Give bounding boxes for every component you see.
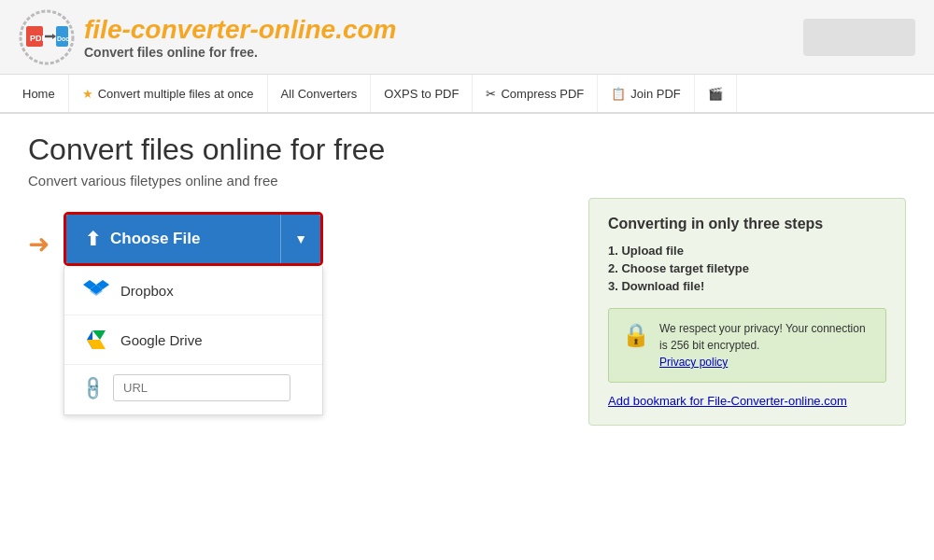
lock-icon: 🔒 (622, 322, 650, 348)
nav-all-converters-label: All Converters (281, 87, 358, 101)
header-ad (803, 19, 915, 56)
logo-text-area: file-converter-online.com Convert files … (84, 15, 397, 60)
navigation: Home ★ Convert multiple files at once Al… (0, 75, 934, 114)
chevron-down-icon: ▼ (294, 231, 307, 246)
nav-convert-multiple[interactable]: ★ Convert multiple files at once (69, 75, 268, 112)
step-2: 2. Choose target filetype (608, 261, 886, 275)
svg-marker-13 (92, 330, 106, 340)
page-title: Convert files online for free (28, 133, 560, 167)
nav-home-label: Home (22, 87, 55, 101)
svg-text:Doc: Doc (57, 35, 69, 42)
video-icon: 🎬 (708, 87, 723, 101)
left-content: Convert files online for free Convert va… (28, 133, 560, 426)
dropbox-label: Dropbox (120, 283, 174, 299)
choose-file-button[interactable]: ⬆ Choose File (66, 215, 280, 263)
steps-list: 1. Upload file 2. Choose target filetype… (608, 244, 886, 293)
steps-title: Converting in only three steps (608, 216, 886, 232)
nav-convert-multiple-label: Convert multiple files at once (98, 87, 254, 101)
logo-title: file-converter-online.com (84, 15, 397, 45)
dropdown-toggle-button[interactable]: ▼ (280, 215, 320, 263)
nav-compress-pdf[interactable]: ✂ Compress PDF (473, 75, 598, 112)
nav-join-pdf[interactable]: 📋 Join PDF (598, 75, 694, 112)
bookmark-link[interactable]: Add bookmark for File-Converter-online.c… (608, 394, 886, 408)
privacy-text: We respect your privacy! Your connection… (659, 320, 872, 371)
choose-file-row: ➜ ⬆ Choose File ▼ (28, 212, 560, 415)
nav-all-converters[interactable]: All Converters (268, 75, 372, 112)
svg-text:PDF: PDF (30, 34, 48, 43)
choose-file-label: Choose File (110, 230, 200, 248)
logo-subtitle: Convert files online for free. (84, 45, 397, 60)
privacy-message: We respect your privacy! Your connection… (659, 322, 866, 352)
choose-file-dropdown: ⬆ Choose File ▼ (64, 212, 323, 415)
header: PDF Doc file-converter-online.com Conver… (0, 0, 934, 75)
nav-oxps-pdf-label: OXPS to PDF (384, 87, 459, 101)
dropdown-menu: Dropbox Googl (64, 266, 323, 415)
gdrive-label: Google Drive (120, 332, 203, 348)
url-option: 🔗 (64, 365, 322, 414)
step-1: 1. Upload file (608, 244, 886, 258)
scissors-icon: ✂ (486, 87, 496, 101)
link-icon: 🔗 (78, 373, 107, 402)
main-content: Convert files online for free Convert va… (0, 114, 934, 444)
star-icon: ★ (82, 87, 93, 101)
nav-compress-pdf-label: Compress PDF (501, 87, 584, 101)
gdrive-icon (83, 329, 109, 351)
choose-file-btn-wrapper: ⬆ Choose File ▼ (64, 212, 323, 266)
right-panel: Converting in only three steps 1. Upload… (588, 198, 906, 426)
join-icon: 📋 (611, 87, 626, 101)
dropbox-icon (83, 279, 109, 301)
gdrive-option[interactable]: Google Drive (64, 315, 322, 365)
nav-video[interactable]: 🎬 (695, 75, 737, 112)
svg-marker-3 (52, 34, 56, 39)
page-subtitle: Convert various filetypes online and fre… (28, 173, 560, 189)
logo-area: PDF Doc file-converter-online.com Conver… (19, 9, 397, 65)
arrow-icon: ➜ (28, 229, 50, 259)
url-input[interactable] (113, 374, 290, 401)
upload-icon: ⬆ (85, 228, 101, 250)
nav-oxps-pdf[interactable]: OXPS to PDF (371, 75, 473, 112)
nav-home[interactable]: Home (9, 75, 69, 112)
step-3: 3. Download file! (608, 279, 886, 293)
nav-join-pdf-label: Join PDF (630, 87, 680, 101)
privacy-policy-link[interactable]: Privacy policy (659, 356, 728, 369)
svg-marker-14 (87, 340, 106, 349)
logo-icon: PDF Doc (19, 9, 75, 65)
dropbox-option[interactable]: Dropbox (64, 266, 322, 315)
privacy-box: 🔒 We respect your privacy! Your connecti… (608, 308, 886, 383)
